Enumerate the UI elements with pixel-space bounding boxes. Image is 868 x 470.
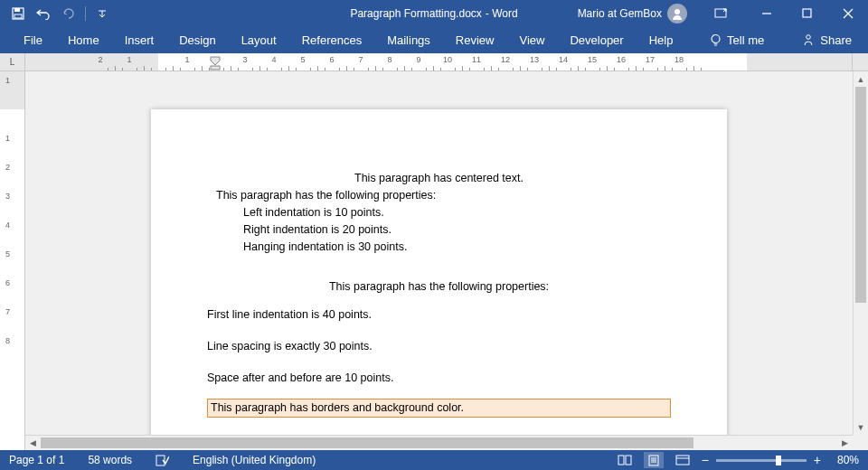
tab-file[interactable]: File xyxy=(11,26,55,53)
minimize-button[interactable] xyxy=(746,0,787,26)
svg-rect-6 xyxy=(803,9,811,17)
paragraph-firstline[interactable]: First line indentation is 40 points. xyxy=(207,307,671,323)
qat-customize-icon[interactable] xyxy=(93,5,111,23)
status-bar: Page 1 of 1 58 words English (United Kin… xyxy=(0,450,868,470)
maximize-button[interactable] xyxy=(787,0,827,26)
tab-home[interactable]: Home xyxy=(55,26,112,53)
tab-selector[interactable]: L xyxy=(0,53,25,70)
horizontal-scrollbar[interactable]: ◀ ▶ xyxy=(25,435,853,450)
zoom-out-button[interactable]: − xyxy=(702,453,709,467)
paragraph-right-indent[interactable]: Right indentation is 20 points. xyxy=(243,222,671,238)
document-canvas: This paragraph has centered text. This p… xyxy=(25,71,868,450)
vertical-scroll-thumb[interactable] xyxy=(855,87,866,303)
save-icon[interactable] xyxy=(9,5,27,23)
zoom-slider-knob[interactable] xyxy=(776,456,781,465)
tab-insert[interactable]: Insert xyxy=(112,26,167,53)
svg-marker-13 xyxy=(211,57,220,65)
window-title: Paragraph Formatting.docx - Word xyxy=(350,7,517,20)
tab-layout[interactable]: Layout xyxy=(229,26,289,53)
title-bar: Paragraph Formatting.docx - Word Mario a… xyxy=(0,0,868,26)
view-read-mode-icon[interactable] xyxy=(615,452,635,468)
share-button[interactable]: Share xyxy=(802,33,852,47)
quick-access-toolbar xyxy=(0,5,111,23)
scroll-left-icon[interactable]: ◀ xyxy=(25,436,41,450)
document-scroll-viewport[interactable]: This paragraph has centered text. This p… xyxy=(25,71,853,435)
svg-rect-16 xyxy=(618,456,624,465)
scroll-down-icon[interactable]: ▼ xyxy=(854,419,868,435)
share-icon xyxy=(802,33,815,46)
zoom-level[interactable]: 80% xyxy=(828,454,859,466)
tab-view[interactable]: View xyxy=(506,26,557,53)
redo-icon[interactable] xyxy=(60,5,78,23)
paragraph-centered[interactable]: This paragraph has centered text. xyxy=(207,171,671,186)
paragraph-spacing[interactable]: Space after and before are 10 points. xyxy=(207,371,671,386)
status-page[interactable]: Page 1 of 1 xyxy=(9,454,64,466)
undo-icon[interactable] xyxy=(34,5,52,23)
view-web-layout-icon[interactable] xyxy=(673,452,693,468)
tab-references[interactable]: References xyxy=(289,26,374,53)
zoom-slider[interactable] xyxy=(716,459,807,462)
app-name: - Word xyxy=(486,7,518,20)
paragraph-properties-heading-2[interactable]: This paragraph has the following propert… xyxy=(207,279,671,295)
status-language[interactable]: English (United Kingdom) xyxy=(193,454,316,466)
paragraph-properties-heading[interactable]: This paragraph has the following propert… xyxy=(216,188,671,203)
tab-developer[interactable]: Developer xyxy=(557,26,636,53)
proofing-icon xyxy=(156,454,169,466)
qat-divider xyxy=(85,6,86,21)
window-controls xyxy=(746,0,868,26)
close-button[interactable] xyxy=(827,0,868,26)
horizontal-scroll-thumb[interactable] xyxy=(41,437,693,448)
svg-point-9 xyxy=(712,34,720,42)
user-account[interactable]: Mario at GemBox xyxy=(578,4,694,24)
document-name: Paragraph Formatting.docx xyxy=(350,7,481,20)
svg-rect-17 xyxy=(626,456,631,465)
zoom-in-button[interactable]: + xyxy=(814,453,821,467)
share-label: Share xyxy=(820,33,852,47)
paragraph-left-indent[interactable]: Left indentation is 10 points. xyxy=(243,205,671,221)
tell-me-label: Tell me xyxy=(727,33,764,47)
svg-point-3 xyxy=(675,9,680,14)
document-page[interactable]: This paragraph has centered text. This p… xyxy=(151,109,727,435)
tab-help[interactable]: Help xyxy=(637,26,686,53)
svg-rect-2 xyxy=(14,14,22,18)
scroll-right-icon[interactable]: ▶ xyxy=(837,436,853,450)
status-word-count[interactable]: 58 words xyxy=(88,454,132,466)
paragraph-bordered[interactable]: This paragraph has borders and backgroun… xyxy=(207,399,671,418)
user-avatar-icon xyxy=(667,4,687,24)
svg-point-12 xyxy=(807,35,811,40)
ruler-bar: L 21123456789101112131415161718 xyxy=(0,53,868,71)
vertical-scrollbar[interactable]: ▲ ▼ xyxy=(853,71,868,435)
svg-rect-14 xyxy=(211,66,220,70)
svg-rect-1 xyxy=(14,8,20,12)
tab-mailings[interactable]: Mailings xyxy=(374,26,443,53)
paragraph-linespacing[interactable]: Line spacing is exactly 30 points. xyxy=(207,339,671,354)
horizontal-ruler[interactable]: 21123456789101112131415161718 xyxy=(25,53,853,70)
editing-area: 112345678 This paragraph has centered te… xyxy=(0,71,868,450)
view-print-layout-icon[interactable] xyxy=(644,452,664,468)
scroll-corner xyxy=(853,435,868,450)
ribbon-tabs: File Home Insert Design Layout Reference… xyxy=(0,26,868,53)
paragraph-hanging-indent[interactable]: Hanging indentation is 30 points. xyxy=(243,240,671,255)
tab-review[interactable]: Review xyxy=(443,26,507,53)
vertical-ruler[interactable]: 112345678 xyxy=(0,71,25,450)
ribbon-display-options-icon[interactable] xyxy=(700,0,741,26)
status-proofing[interactable] xyxy=(156,454,169,466)
tell-me-search[interactable]: Tell me xyxy=(710,33,764,47)
lightbulb-icon xyxy=(710,33,722,47)
scroll-up-icon[interactable]: ▲ xyxy=(854,71,868,87)
user-name: Mario at GemBox xyxy=(578,7,662,20)
svg-rect-22 xyxy=(676,456,689,465)
tab-design[interactable]: Design xyxy=(166,26,228,53)
first-line-indent-marker[interactable] xyxy=(210,56,221,70)
